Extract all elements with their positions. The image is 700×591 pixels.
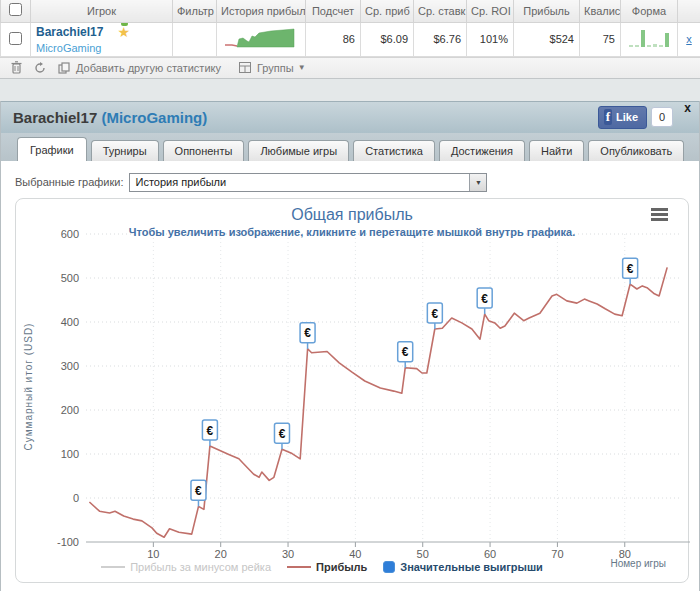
tab-opponents[interactable]: Оппоненты (163, 140, 245, 161)
facebook-like-button[interactable]: f Like (598, 106, 647, 129)
refresh-icon[interactable] (32, 61, 48, 75)
trash-icon[interactable] (8, 61, 24, 75)
legend-item-rake[interactable]: Прибыль за минусом рейка (101, 561, 271, 573)
svg-text:400: 400 (61, 316, 79, 328)
red-line-icon (287, 566, 311, 568)
tab-favorite-games[interactable]: Любимые игры (248, 140, 349, 161)
player-cell: Barachiel17★ MicroGaming (31, 22, 173, 56)
col-avg-stake[interactable]: Ср. ставк (414, 0, 467, 22)
y-axis-title: Суммарный итог (USD) (23, 316, 34, 456)
table-header-row: Игрок Фильтр История прибыли Подсчет Ср.… (1, 0, 700, 22)
svg-text:500: 500 (61, 272, 79, 284)
col-actions (678, 0, 700, 22)
col-avg-profit[interactable]: Ср. приб (361, 0, 414, 22)
tab-find[interactable]: Найти (529, 140, 584, 161)
panel-header: Barachiel17 (MicroGaming) f Like 0 x (1, 101, 699, 133)
tab-publish[interactable]: Опубликовать (588, 140, 684, 161)
tab-achievements[interactable]: Достижения (439, 140, 525, 161)
facebook-like-widget: f Like 0 (598, 106, 673, 129)
gray-line-icon (101, 566, 125, 568)
table-row: Barachiel17★ MicroGaming 86 $6.09 $6.76 … (1, 22, 700, 56)
legend-label-profit: Прибыль (316, 561, 367, 573)
remove-row-link[interactable]: x (683, 33, 695, 45)
player-network-link[interactable]: MicroGaming (36, 42, 167, 54)
filter-cell[interactable] (173, 22, 217, 56)
graph-select[interactable]: История прибыли ▼ (129, 173, 487, 192)
col-profit-history[interactable]: История прибыли (217, 0, 306, 22)
profit-value: $524 (514, 22, 580, 56)
col-form[interactable]: Форма (621, 0, 678, 22)
col-profit[interactable]: Прибыль (514, 0, 580, 22)
blue-square-icon (383, 561, 395, 573)
avg-stake-value: $6.76 (414, 22, 467, 56)
chevron-down-icon: ▼ (298, 63, 306, 72)
tabs-bar: Графики Турниры Оппоненты Любимые игры С… (1, 133, 699, 161)
groups-label: Группы (257, 62, 294, 74)
row-checkbox[interactable] (9, 32, 22, 45)
select-all-checkbox[interactable] (9, 3, 22, 16)
player-name-link[interactable]: Barachiel17 (36, 25, 103, 39)
panel-body: Выбранные графики: История прибыли ▼ 102… (1, 161, 699, 591)
close-icon[interactable]: x (684, 101, 691, 115)
tab-graphs[interactable]: Графики (17, 137, 87, 161)
legend-label-wins: Значительные выигрыши (400, 561, 543, 573)
like-count-badge: 0 (651, 107, 673, 127)
graph-selector-label: Выбранные графики: (15, 176, 123, 188)
form-mini-chart (626, 25, 672, 51)
svg-text:200: 200 (61, 404, 79, 416)
col-avg-roi[interactable]: Ср. ROI (467, 0, 514, 22)
graph-selector-row: Выбранные графики: История прибыли ▼ (1, 169, 699, 198)
chart-legend: Прибыль за минусом рейка Прибыль Значите… (76, 561, 568, 573)
panel-title: Barachiel17 (MicroGaming) (13, 109, 207, 126)
facebook-icon: f (604, 109, 612, 125)
graph-select-value: История прибыли (130, 176, 469, 188)
svg-text:€: € (481, 291, 488, 305)
svg-text:70: 70 (551, 548, 563, 560)
copy-icon (56, 61, 72, 75)
chart-canvas: 1020304050607080-1000100200300400500600€… (16, 199, 690, 584)
qualis-value: 75 (580, 22, 621, 56)
x-axis-title: Номер игры (610, 558, 666, 569)
avg-profit-value: $6.09 (361, 22, 414, 56)
add-statistic-button[interactable]: Добавить другую статистику (56, 61, 221, 75)
select-all-checkbox-cell (1, 0, 31, 22)
panel-player-name: Barachiel17 (13, 109, 97, 126)
player-detail-panel: Barachiel17 (MicroGaming) f Like 0 x Гра… (0, 101, 700, 591)
svg-text:10: 10 (147, 548, 159, 560)
svg-text:€: € (207, 423, 214, 437)
svg-text:60: 60 (484, 548, 496, 560)
svg-text:100: 100 (61, 448, 79, 460)
results-table-widget: Игрок Фильтр История прибыли Подсчет Ср.… (0, 0, 700, 79)
add-statistic-label: Добавить другую статистику (76, 62, 221, 74)
row-checkbox-cell (1, 22, 31, 56)
remove-cell: x (678, 22, 700, 56)
count-value: 86 (306, 22, 361, 56)
legend-item-wins[interactable]: Значительные выигрыши (383, 561, 543, 573)
svg-text:€: € (279, 426, 286, 440)
chart-subtitle: Чтобы увеличить изображение, кликните и … (16, 226, 688, 238)
svg-text:40: 40 (349, 548, 361, 560)
select-arrow-icon: ▼ (469, 174, 486, 191)
tab-tournaments[interactable]: Турниры (91, 140, 159, 161)
profit-chart[interactable]: 1020304050607080-1000100200300400500600€… (15, 198, 689, 583)
groups-icon (237, 61, 253, 75)
svg-text:50: 50 (417, 548, 429, 560)
col-qualis[interactable]: Квалис (580, 0, 621, 22)
svg-text:€: € (195, 483, 202, 497)
hamburger-menu-icon[interactable] (651, 208, 668, 223)
panel-network-name: (MicroGaming) (101, 109, 207, 126)
svg-text:0: 0 (73, 492, 79, 504)
tab-statistics[interactable]: Статистика (353, 140, 435, 161)
legend-label-rake: Прибыль за минусом рейка (130, 561, 271, 573)
sparkline-cell[interactable] (217, 22, 306, 56)
legend-item-profit[interactable]: Прибыль (287, 561, 367, 573)
form-cell (621, 22, 678, 56)
groups-button[interactable]: Группы ▼ (237, 61, 306, 75)
col-filter[interactable]: Фильтр (173, 0, 217, 22)
col-player[interactable]: Игрок (31, 0, 173, 22)
svg-text:-100: -100 (57, 536, 79, 548)
star-badge-icon: ★ (117, 26, 133, 40)
svg-text:20: 20 (215, 548, 227, 560)
col-count[interactable]: Подсчет (306, 0, 361, 22)
svg-text:€: € (627, 261, 634, 275)
